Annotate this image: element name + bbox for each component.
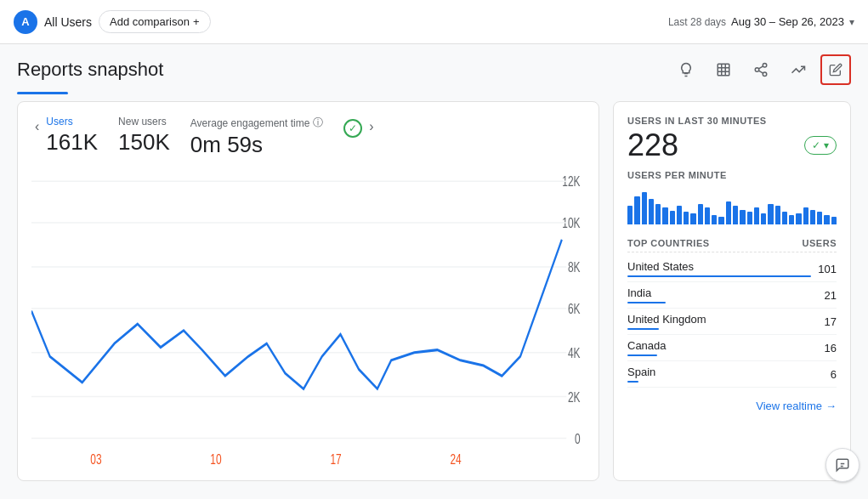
bar [775, 206, 780, 224]
svg-point-7 [763, 72, 767, 77]
bar [662, 207, 667, 224]
realtime-count: 228 [627, 128, 678, 163]
chart-svg: 12K 10K 8K 6K 4K 2K 0 03 Sep [31, 168, 585, 467]
last-n-days: Last 28 days [668, 16, 726, 28]
country-bar [627, 381, 638, 383]
country-name: India [627, 286, 811, 299]
bar [810, 210, 815, 224]
feedback-button[interactable] [825, 448, 859, 482]
new-users-value: 150K [118, 129, 170, 156]
lightbulb-icon-button[interactable] [671, 54, 701, 85]
bar [698, 204, 703, 224]
country-bar [627, 302, 666, 303]
metrics-row-wrapper: ‹ Users 161K New users 150K Average enga… [31, 116, 585, 168]
country-row: India21 [627, 282, 837, 309]
chart-icon-button[interactable] [708, 54, 739, 85]
main-content: ‹ Users 161K New users 150K Average enga… [0, 94, 868, 488]
bar [718, 217, 723, 224]
view-realtime-link[interactable]: View realtime → [627, 400, 837, 412]
countries-list: United States101India21United Kingdom17C… [627, 256, 837, 388]
users-label: Users [46, 116, 98, 128]
realtime-section: USERS IN LAST 30 MINUTES 228 ✓ ▾ [627, 116, 837, 163]
right-card: USERS IN LAST 30 MINUTES 228 ✓ ▾ USERS P… [613, 101, 851, 481]
avatar: A [14, 10, 37, 34]
bar [817, 212, 822, 224]
header-icons [671, 54, 851, 85]
add-icon: + [193, 15, 200, 28]
bar [803, 207, 808, 224]
svg-text:10: 10 [210, 451, 221, 467]
new-users-label: New users [118, 116, 170, 128]
country-name: Spain [627, 366, 811, 378]
country-name: United States [627, 260, 811, 273]
page-header: Reports snapshot [0, 44, 868, 92]
country-users: 101 [811, 263, 837, 275]
bar [684, 212, 689, 224]
date-dropdown-icon[interactable]: ▾ [849, 16, 854, 28]
top-bar-left: A All Users Add comparison + [14, 10, 211, 34]
svg-text:8K: 8K [568, 259, 581, 275]
check-icon: ✓ [343, 119, 362, 138]
realtime-badge[interactable]: ✓ ▾ [804, 136, 837, 155]
bar [733, 206, 738, 224]
users-value: 161K [46, 129, 98, 156]
left-card: ‹ Users 161K New users 150K Average enga… [17, 101, 599, 481]
svg-line-8 [758, 71, 763, 73]
countries-section: TOP COUNTRIES USERS United States101Indi… [627, 238, 837, 388]
country-users: 21 [811, 289, 837, 302]
bar [677, 206, 682, 224]
svg-text:6K: 6K [568, 301, 581, 316]
edit-icon-button[interactable] [820, 54, 851, 85]
bar [712, 215, 717, 224]
users-per-min-label: USERS PER MINUTE [627, 170, 837, 180]
country-users: 6 [811, 368, 837, 381]
realtime-header: 228 ✓ ▾ [627, 128, 837, 163]
info-icon: ⓘ [313, 116, 323, 130]
metrics-row: Users 161K New users 150K Average engage… [46, 116, 362, 158]
country-bar [627, 328, 659, 330]
avg-engagement-value: 0m 59s [190, 132, 324, 158]
all-users-label: All Users [44, 15, 92, 29]
country-row: United Kingdom17 [627, 309, 837, 335]
prev-arrow[interactable]: ‹ [31, 116, 43, 138]
bar [782, 212, 787, 224]
svg-text:2K: 2K [568, 389, 581, 405]
bar [831, 217, 837, 224]
add-comparison-label: Add comparison [110, 15, 190, 28]
bar [642, 192, 647, 224]
avg-engagement-metric: Average engagement time ⓘ 0m 59s [190, 116, 324, 158]
bar [649, 199, 654, 224]
share-icon-button[interactable] [746, 54, 776, 85]
bar [747, 212, 752, 224]
view-realtime-label: View realtime [756, 400, 822, 412]
bar [824, 215, 829, 224]
bar [726, 201, 731, 224]
users-col-label: USERS [803, 238, 837, 248]
country-bar [627, 354, 657, 356]
svg-text:17: 17 [330, 451, 341, 467]
bar [655, 204, 661, 224]
svg-text:03: 03 [90, 451, 101, 467]
country-bar [627, 275, 811, 277]
line-chart: 12K 10K 8K 6K 4K 2K 0 03 Sep [31, 168, 585, 467]
bar [796, 213, 801, 224]
country-name: United Kingdom [627, 313, 811, 326]
country-row: Spain6 [627, 361, 837, 388]
svg-line-9 [758, 66, 763, 69]
bar [670, 211, 675, 224]
view-realtime-arrow: → [825, 400, 837, 412]
date-range: Last 28 days Aug 30 – Sep 26, 2023 ▾ [668, 15, 854, 28]
users-per-minute-chart [627, 190, 837, 224]
country-row: United States101 [627, 256, 837, 282]
next-arrow[interactable]: › [366, 116, 377, 138]
svg-text:0: 0 [575, 431, 581, 446]
top-countries-label: TOP COUNTRIES [627, 238, 710, 248]
trending-icon-button[interactable] [783, 54, 814, 85]
avg-engagement-label: Average engagement time ⓘ [190, 116, 324, 130]
page-title: Reports snapshot [17, 59, 163, 81]
add-comparison-button[interactable]: Add comparison + [99, 10, 211, 33]
date-range-value: Aug 30 – Sep 26, 2023 [731, 15, 844, 28]
bar [789, 215, 794, 224]
svg-point-5 [763, 64, 767, 68]
bar [761, 213, 766, 224]
